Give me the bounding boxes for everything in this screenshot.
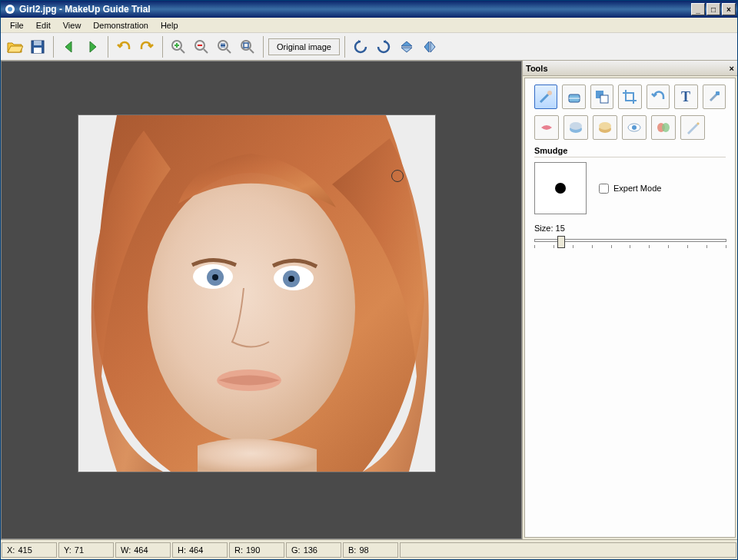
- svg-line-10: [204, 49, 208, 53]
- svg-line-6: [181, 49, 184, 53]
- menu-demonstration[interactable]: Demonstration: [87, 19, 155, 31]
- erase-tool-button[interactable]: [562, 84, 585, 109]
- back-button[interactable]: [58, 36, 80, 58]
- status-empty: [400, 542, 736, 558]
- size-label: Size: 15: [534, 224, 726, 233]
- menubar: File Edit View Demonstration Help: [1, 18, 737, 33]
- status-g: G:136: [286, 542, 341, 558]
- smudge-tool-button[interactable]: [534, 84, 557, 109]
- svg-rect-4: [34, 48, 42, 53]
- open-button[interactable]: [4, 36, 25, 58]
- window-titlebar: Girl2.jpg - MakeUp Guide Trial _ □ ×: [1, 1, 737, 18]
- lips-tool-button[interactable]: [534, 115, 559, 140]
- menu-help[interactable]: Help: [155, 19, 184, 31]
- flip-vertical-button[interactable]: [396, 36, 417, 58]
- blush-tool-button[interactable]: [651, 115, 676, 140]
- svg-line-18: [250, 49, 254, 53]
- tools-panel: Tools × T Smudge: [522, 61, 737, 539]
- save-button[interactable]: [27, 36, 48, 58]
- eyeshadow-tool-button[interactable]: [593, 115, 617, 140]
- zoom-in-button[interactable]: [168, 36, 189, 58]
- resize-tool-button[interactable]: [590, 84, 613, 109]
- svg-rect-34: [716, 91, 720, 95]
- svg-text:T: T: [681, 89, 690, 104]
- svg-point-27: [288, 276, 294, 282]
- expert-mode-checkbox[interactable]: Expert Mode: [599, 184, 661, 194]
- expert-mode-input[interactable]: [599, 184, 609, 194]
- canvas-area[interactable]: [1, 61, 522, 539]
- app-icon: [4, 3, 16, 15]
- svg-point-21: [148, 173, 355, 442]
- size-slider[interactable]: [534, 236, 726, 251]
- crop-tool-button[interactable]: [618, 84, 641, 109]
- menu-file[interactable]: File: [4, 19, 30, 31]
- tool-section-label: Smudge: [534, 146, 726, 157]
- rotate-cw-button[interactable]: [373, 36, 394, 58]
- svg-point-29: [547, 91, 552, 95]
- svg-point-1: [8, 7, 12, 12]
- tool-row-2: [534, 115, 726, 140]
- brush-dot-icon: [555, 183, 566, 194]
- menu-view[interactable]: View: [57, 19, 88, 31]
- forward-button[interactable]: [81, 36, 103, 58]
- svg-point-36: [570, 122, 582, 130]
- rotate-ccw-button[interactable]: [350, 36, 371, 58]
- undo-tool-button[interactable]: [647, 84, 670, 109]
- undo-button[interactable]: [113, 36, 135, 58]
- svg-point-42: [662, 123, 670, 132]
- svg-point-40: [632, 125, 637, 130]
- zoom-actual-button[interactable]: [237, 36, 258, 58]
- brush-cursor-icon: [391, 170, 404, 182]
- flip-horizontal-button[interactable]: [419, 36, 440, 58]
- status-x: X:415: [2, 542, 57, 558]
- eye-tool-button[interactable]: [622, 115, 647, 140]
- status-b: B:98: [343, 542, 398, 558]
- tools-panel-header: Tools ×: [523, 61, 737, 76]
- text-tool-button[interactable]: T: [674, 84, 697, 109]
- minimize-button[interactable]: _: [691, 3, 705, 15]
- svg-point-38: [599, 122, 611, 130]
- svg-point-24: [212, 274, 218, 280]
- window-title: Girl2.jpg - MakeUp Guide Trial: [19, 4, 691, 15]
- maximize-button[interactable]: □: [706, 3, 720, 15]
- brush-preview: [534, 162, 587, 214]
- status-w: W:464: [115, 542, 171, 558]
- svg-rect-19: [244, 43, 248, 48]
- slider-ticks: [534, 245, 726, 248]
- pencil-tool-button[interactable]: [680, 115, 705, 140]
- redo-button[interactable]: [136, 36, 158, 58]
- status-y: Y:71: [58, 542, 114, 558]
- svg-line-13: [227, 49, 231, 53]
- main-toolbar: Original image: [1, 33, 737, 61]
- status-h: H:464: [172, 542, 228, 558]
- expert-mode-label: Expert Mode: [613, 184, 661, 193]
- tools-panel-title: Tools: [526, 64, 730, 73]
- status-r: R:190: [229, 542, 284, 558]
- svg-rect-3: [34, 41, 42, 45]
- settings-tool-button[interactable]: [703, 84, 726, 109]
- original-image-button[interactable]: Original image: [268, 38, 340, 55]
- svg-rect-32: [600, 95, 608, 103]
- menu-edit[interactable]: Edit: [30, 19, 57, 31]
- image-canvas[interactable]: [78, 115, 435, 472]
- zoom-fit-button[interactable]: [214, 36, 235, 58]
- powder-tool-button[interactable]: [563, 115, 588, 140]
- statusbar: X:415 Y:71 W:464 H:464 R:190 G:136 B:98: [1, 539, 737, 559]
- zoom-out-button[interactable]: [191, 36, 212, 58]
- tool-row-1: T: [534, 84, 726, 109]
- close-button[interactable]: ×: [722, 3, 736, 15]
- svg-point-17: [241, 41, 251, 50]
- tools-panel-close-button[interactable]: ×: [730, 64, 734, 73]
